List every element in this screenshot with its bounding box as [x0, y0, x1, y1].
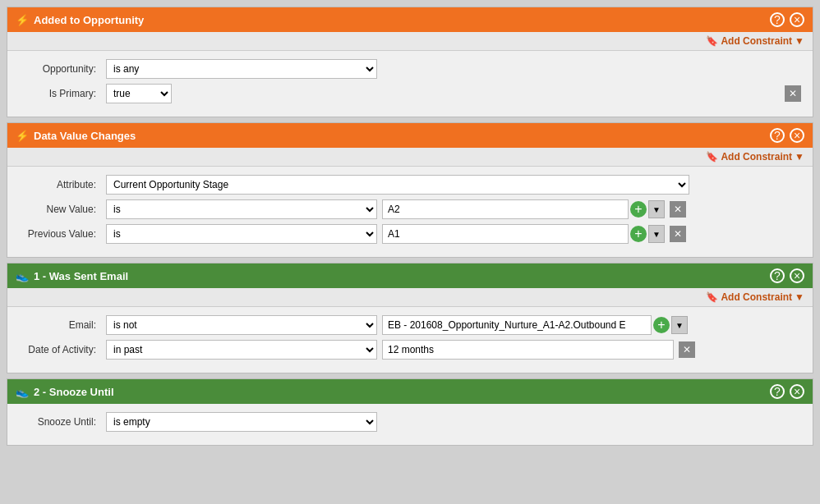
card-title-was-sent-email: 1 - Was Sent Email [34, 270, 128, 282]
footstep-icon: 👟 [16, 269, 29, 282]
chevron-icon-3: ▼ [795, 291, 804, 303]
previous-value-group: + ▼ [382, 224, 665, 244]
header-left-3: 👟 1 - Was Sent Email [16, 269, 128, 282]
new-value-input[interactable] [382, 199, 629, 219]
card-added-to-opportunity: ⚡ Added to Opportunity ? × 🔖 Add Constra… [7, 7, 813, 117]
card-was-sent-email: 👟 1 - Was Sent Email ? × 🔖 Add Constrain… [7, 263, 813, 373]
new-value-add-button[interactable]: + [630, 201, 647, 218]
add-constraint-button-2[interactable]: 🔖 Add Constraint ▼ [706, 151, 804, 163]
new-value-dropdown-button[interactable]: ▼ [648, 200, 665, 218]
card-body-3: Email: is not is EB - 201608_Opportunity… [7, 307, 813, 373]
email-add-button[interactable]: + [653, 317, 670, 333]
email-value-text: EB - 201608_Opportunity_Nurture_A1-A2.Ou… [388, 319, 626, 331]
new-value-group: + ▼ [382, 199, 665, 219]
card-title-added-to-opportunity: Added to Opportunity [34, 14, 144, 26]
previous-value-input[interactable] [382, 224, 629, 244]
date-of-activity-label: Date of Activity: [19, 344, 101, 355]
constraint-bar-1: 🔖 Add Constraint ▼ [7, 32, 813, 51]
previous-value-dropdown-button[interactable]: ▼ [648, 225, 665, 243]
lightning-icon-2: ⚡ [16, 129, 29, 142]
add-constraint-button-1[interactable]: 🔖 Add Constraint ▼ [706, 35, 804, 47]
header-right: ? × [770, 12, 804, 27]
header-left-4: 👟 2 - Snooze Until [16, 385, 114, 398]
main-container: ⚡ Added to Opportunity ? × 🔖 Add Constra… [0, 0, 820, 457]
date-of-activity-row: Date of Activity: in past in future ✕ [19, 340, 801, 360]
card-title-data-value-changes: Data Value Changes [34, 130, 136, 142]
is-primary-label: Is Primary: [19, 88, 101, 99]
card-body-2: Attribute: Current Opportunity Stage New… [7, 167, 813, 257]
card-header-snooze-until: 👟 2 - Snooze Until ? × [7, 379, 813, 404]
previous-value-op-select[interactable]: is is not [106, 224, 377, 244]
card-data-value-changes: ⚡ Data Value Changes ? × 🔖 Add Constrain… [7, 122, 813, 258]
previous-value-add-button[interactable]: + [630, 226, 647, 242]
date-of-activity-input[interactable] [382, 340, 674, 360]
chevron-icon-2: ▼ [795, 151, 804, 163]
opportunity-row: Opportunity: is any [19, 59, 801, 79]
new-value-label: New Value: [19, 204, 101, 215]
close-button-4[interactable]: × [790, 384, 804, 399]
new-value-row: New Value: is is not + ▼ ✕ [19, 199, 801, 219]
header-right-3: ? × [770, 268, 804, 283]
card-body-1: Opportunity: is any Is Primary: true fal… [7, 51, 813, 117]
close-button-2[interactable]: × [790, 128, 804, 143]
email-value-group: EB - 201608_Opportunity_Nurture_A1-A2.Ou… [382, 315, 688, 335]
add-constraint-icon: 🔖 [706, 35, 718, 47]
info-button-2[interactable]: ? [770, 128, 785, 143]
header-left: ⚡ Added to Opportunity [16, 13, 144, 26]
constraint-bar-3: 🔖 Add Constraint ▼ [7, 288, 813, 307]
card-header-data-value-changes: ⚡ Data Value Changes ? × [7, 123, 813, 148]
date-of-activity-op-select[interactable]: in past in future [106, 340, 377, 360]
constraint-bar-2: 🔖 Add Constraint ▼ [7, 148, 813, 167]
email-row: Email: is not is EB - 201608_Opportunity… [19, 315, 801, 335]
email-value-display: EB - 201608_Opportunity_Nurture_A1-A2.Ou… [382, 315, 652, 335]
info-button[interactable]: ? [770, 12, 785, 27]
header-left-2: ⚡ Data Value Changes [16, 129, 136, 142]
card-header-was-sent-email: 👟 1 - Was Sent Email ? × [7, 263, 813, 288]
new-value-delete-button[interactable]: ✕ [670, 201, 686, 218]
new-value-op-select[interactable]: is is not [106, 199, 377, 219]
card-title-snooze-until: 2 - Snooze Until [34, 386, 114, 398]
previous-value-delete-button[interactable]: ✕ [670, 226, 686, 242]
email-op-select[interactable]: is not is [106, 315, 377, 335]
close-button-3[interactable]: × [790, 268, 804, 283]
snooze-until-label: Snooze Until: [19, 416, 101, 428]
is-primary-select[interactable]: true false [106, 84, 172, 103]
chevron-icon: ▼ [795, 35, 804, 47]
header-right-2: ? × [770, 128, 804, 143]
is-primary-delete-button[interactable]: ✕ [785, 85, 801, 102]
info-button-3[interactable]: ? [770, 268, 785, 283]
opportunity-label: Opportunity: [19, 63, 101, 75]
lightning-icon: ⚡ [16, 13, 29, 26]
add-constraint-icon-2: 🔖 [706, 151, 718, 163]
previous-value-row: Previous Value: is is not + ▼ ✕ [19, 224, 801, 244]
attribute-row: Attribute: Current Opportunity Stage [19, 175, 801, 195]
email-label: Email: [19, 319, 101, 331]
attribute-label: Attribute: [19, 179, 101, 190]
card-header-added-to-opportunity: ⚡ Added to Opportunity ? × [7, 7, 813, 32]
email-dropdown-button[interactable]: ▼ [671, 316, 688, 334]
card-snooze-until: 👟 2 - Snooze Until ? × Snooze Until: is … [7, 378, 813, 446]
info-button-4[interactable]: ? [770, 384, 785, 399]
date-delete-button[interactable]: ✕ [679, 341, 695, 358]
header-right-4: ? × [770, 384, 804, 399]
add-constraint-icon-3: 🔖 [706, 291, 718, 303]
opportunity-select[interactable]: is any [106, 59, 377, 79]
is-primary-row: Is Primary: true false ✕ [19, 84, 801, 103]
previous-value-label: Previous Value: [19, 228, 101, 240]
footstep-icon-2: 👟 [16, 385, 29, 398]
add-constraint-button-3[interactable]: 🔖 Add Constraint ▼ [706, 291, 804, 303]
attribute-select[interactable]: Current Opportunity Stage [106, 175, 689, 195]
snooze-until-select[interactable]: is empty is not empty [106, 412, 377, 432]
close-button[interactable]: × [790, 12, 804, 27]
snooze-until-row: Snooze Until: is empty is not empty [19, 412, 801, 432]
card-body-4: Snooze Until: is empty is not empty [7, 404, 813, 445]
